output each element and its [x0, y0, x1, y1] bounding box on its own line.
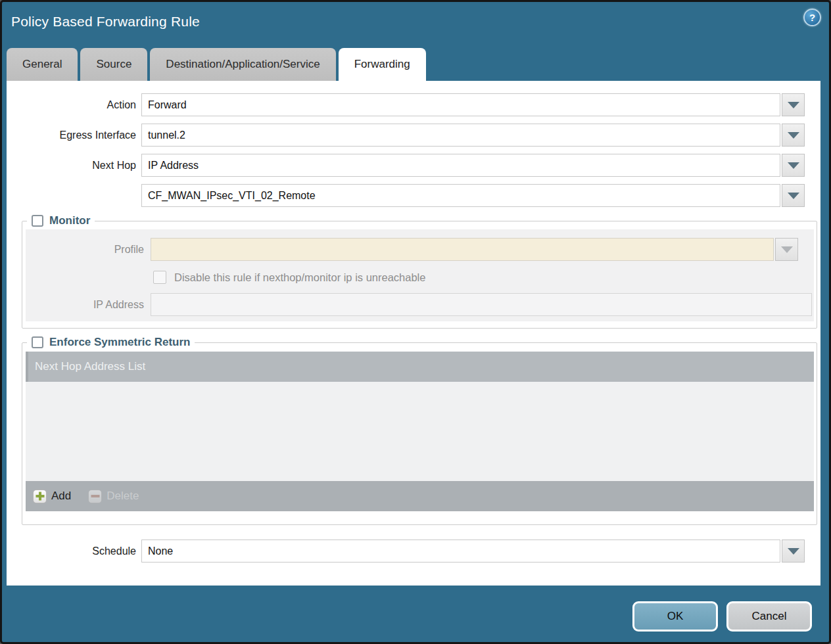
table-header-label: Next Hop Address List	[35, 360, 145, 373]
dialog-title: Policy Based Forwarding Rule	[11, 9, 200, 30]
next-hop-address-row: CF_MWAN_IPsec_VTI_02_Remote	[7, 184, 820, 207]
disable-rule-checkbox	[153, 271, 166, 284]
schedule-combo: None	[141, 540, 805, 563]
plus-icon	[33, 490, 47, 503]
monitor-group: Monitor Profile Disable this rule if nex…	[22, 214, 817, 329]
table-footer: Add Delete	[26, 481, 814, 511]
help-icon[interactable]: ?	[803, 9, 821, 26]
symmetric-return-checkbox[interactable]	[32, 336, 43, 348]
next-hop-address-dropdown-button[interactable]	[782, 184, 805, 207]
chevron-down-icon	[788, 548, 799, 555]
action-dropdown-button[interactable]	[782, 93, 805, 116]
monitor-legend: Monitor	[27, 214, 95, 227]
chevron-down-icon	[781, 246, 793, 253]
symmetric-return-legend: Enforce Symmetric Return	[27, 336, 195, 349]
ok-button[interactable]: OK	[632, 601, 718, 632]
schedule-dropdown-button[interactable]	[782, 540, 805, 563]
profile-dropdown-button	[775, 238, 798, 261]
add-button-label: Add	[51, 490, 71, 503]
tab-content-forwarding: Action Forward Egress Interface tunnel.2…	[7, 81, 820, 586]
cancel-button[interactable]: Cancel	[726, 601, 812, 632]
profile-label: Profile	[26, 244, 151, 256]
action-row: Action Forward	[7, 93, 820, 116]
table-body-empty[interactable]	[26, 382, 814, 481]
monitor-panel: Profile Disable this rule if nexthop/mon…	[26, 229, 814, 321]
egress-interface-row: Egress Interface tunnel.2	[7, 124, 820, 147]
monitor-checkbox[interactable]	[32, 215, 43, 227]
pbf-rule-dialog: Policy Based Forwarding Rule ? General S…	[0, 0, 831, 644]
add-button[interactable]: Add	[33, 490, 71, 503]
chevron-down-icon	[788, 132, 799, 139]
egress-interface-dropdown-button[interactable]	[782, 124, 805, 147]
next-hop-combo: IP Address	[141, 154, 805, 177]
next-hop-row: Next Hop IP Address	[7, 154, 820, 177]
next-hop-type-field[interactable]: IP Address	[141, 154, 780, 177]
tab-bar: General Source Destination/Application/S…	[7, 48, 426, 81]
table-header: Next Hop Address List	[26, 352, 814, 382]
disable-rule-row: Disable this rule if nexthop/monitor ip …	[153, 271, 814, 284]
action-combo: Forward	[141, 93, 805, 116]
chevron-down-icon	[788, 193, 799, 199]
tab-destination-application-service[interactable]: Destination/Application/Service	[150, 48, 335, 81]
schedule-label: Schedule	[7, 545, 141, 557]
chevron-down-icon	[788, 102, 799, 108]
next-hop-address-list-table: Next Hop Address List Add Delete	[26, 352, 814, 511]
tab-forwarding[interactable]: Forwarding	[339, 48, 426, 81]
profile-value-field	[151, 238, 774, 261]
tab-general[interactable]: General	[7, 48, 78, 81]
symmetric-return-legend-label: Enforce Symmetric Return	[49, 336, 190, 349]
symmetric-return-group: Enforce Symmetric Return Next Hop Addres…	[22, 336, 817, 525]
monitor-ip-address-label: IP Address	[26, 299, 151, 311]
tab-source[interactable]: Source	[80, 48, 147, 81]
delete-button-label: Delete	[107, 490, 139, 503]
egress-interface-value-field[interactable]: tunnel.2	[141, 124, 780, 147]
next-hop-address-combo: CF_MWAN_IPsec_VTI_02_Remote	[141, 184, 805, 207]
chevron-down-icon	[788, 162, 799, 169]
titlebar: Policy Based Forwarding Rule ?	[11, 9, 821, 39]
delete-button: Delete	[88, 490, 139, 503]
schedule-value-field[interactable]: None	[141, 540, 780, 563]
next-hop-label: Next Hop	[7, 160, 141, 172]
next-hop-dropdown-button[interactable]	[782, 154, 805, 177]
monitor-ip-address-input	[151, 293, 812, 316]
action-value-field[interactable]: Forward	[141, 93, 780, 116]
next-hop-address-field[interactable]: CF_MWAN_IPsec_VTI_02_Remote	[141, 184, 780, 207]
schedule-row: Schedule None	[7, 540, 820, 563]
profile-combo	[151, 238, 798, 261]
disable-rule-label: Disable this rule if nexthop/monitor ip …	[174, 271, 425, 284]
action-label: Action	[7, 99, 141, 111]
monitor-legend-label: Monitor	[49, 214, 90, 227]
monitor-ip-address-row: IP Address	[26, 293, 814, 316]
egress-interface-combo: tunnel.2	[141, 124, 805, 147]
profile-row: Profile	[26, 238, 814, 261]
dialog-footer: OK Cancel	[2, 586, 829, 642]
egress-interface-label: Egress Interface	[7, 129, 141, 141]
minus-icon	[88, 490, 102, 503]
